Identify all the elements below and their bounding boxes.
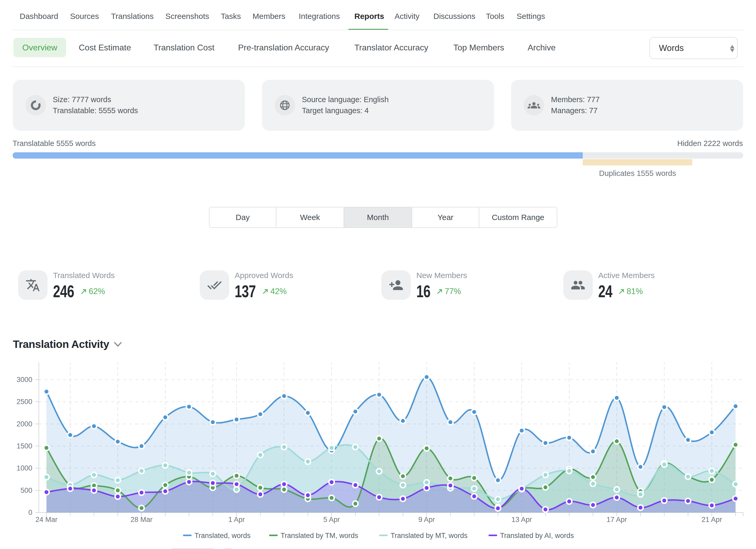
svg-text:Translated by MT, words: Translated by MT, words: [391, 532, 468, 540]
svg-text:1 Apr: 1 Apr: [228, 516, 245, 524]
svg-text:28 Mar: 28 Mar: [130, 516, 153, 524]
svg-text:0: 0: [28, 509, 32, 516]
svg-text:2000: 2000: [17, 420, 32, 428]
svg-text:3000: 3000: [17, 376, 32, 384]
svg-text:Translated by AI, words: Translated by AI, words: [500, 532, 574, 540]
svg-text:2500: 2500: [17, 398, 32, 406]
svg-text:9 Apr: 9 Apr: [418, 516, 435, 524]
svg-text:21 Apr: 21 Apr: [702, 516, 722, 524]
svg-text:24 Mar: 24 Mar: [35, 516, 57, 524]
svg-text:Translated by TM, words: Translated by TM, words: [281, 532, 358, 540]
svg-text:1000: 1000: [17, 464, 32, 472]
svg-text:17 Apr: 17 Apr: [606, 516, 627, 524]
svg-text:500: 500: [20, 487, 32, 494]
svg-text:5 Apr: 5 Apr: [323, 516, 340, 524]
svg-text:13 Apr: 13 Apr: [511, 516, 532, 524]
svg-text:Translated, words: Translated, words: [195, 532, 251, 540]
svg-text:1500: 1500: [17, 442, 32, 450]
